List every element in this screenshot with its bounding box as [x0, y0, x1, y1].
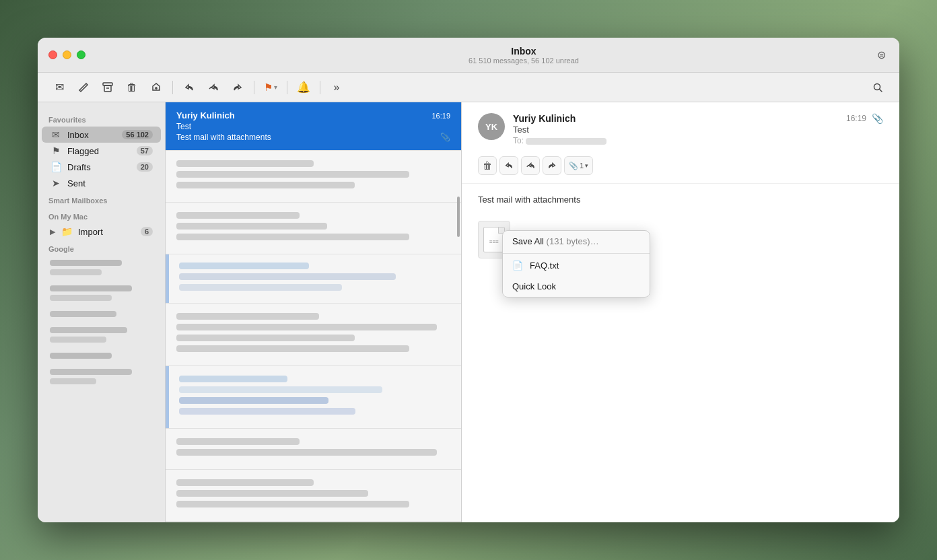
blur-line: [179, 376, 287, 382]
blur-line: [176, 223, 327, 230]
sidebar-item-import[interactable]: ▶ 📁 Import 6: [42, 223, 161, 240]
message-item-selected[interactable]: Yuriy Kulinich 16:19 Test Test mail with…: [166, 102, 461, 151]
inbox-label: Inbox: [67, 130, 116, 140]
blur-line: [179, 408, 355, 415]
blur-line: [179, 386, 382, 393]
sidebar-item-drafts[interactable]: 📄 Drafts 20: [42, 159, 161, 175]
google-label: Google: [38, 240, 165, 256]
main-toolbar: ✉ 🗑: [38, 73, 899, 102]
detail-forward-button[interactable]: [543, 156, 561, 175]
to-address-blur: [526, 138, 606, 145]
flagged-icon: ⚑: [50, 145, 62, 156]
blur-row: [50, 295, 112, 301]
faq-file-menu-item[interactable]: 📄 FAQ.txt: [503, 255, 650, 276]
toolbar-separator-1: [172, 81, 173, 94]
scrollbar[interactable]: [457, 197, 460, 237]
blur-line: [179, 273, 396, 280]
blur-line: [179, 397, 328, 404]
google-item-5[interactable]: [42, 350, 161, 365]
message-item-4[interactable]: [166, 254, 461, 304]
message-item-2[interactable]: [166, 151, 461, 203]
detail-reply-all-button[interactable]: [521, 156, 540, 175]
search-button[interactable]: [867, 77, 889, 98]
sidebar-item-sent[interactable]: ➤ Sent: [42, 175, 161, 191]
faq-file-label: FAQ.txt: [530, 260, 559, 271]
blur-line: [176, 449, 437, 456]
filter-icon[interactable]: ⊜: [874, 46, 889, 64]
message-item-6[interactable]: [166, 366, 461, 429]
toolbar-separator-3: [287, 81, 287, 94]
get-mail-button[interactable]: ✉: [48, 77, 70, 98]
on-my-mac-label: On My Mac: [38, 207, 165, 223]
blur-line: [176, 171, 409, 178]
detail-reply-button[interactable]: [499, 156, 518, 175]
file-type-text: ≡≡≡: [489, 239, 499, 245]
blur-line: [176, 212, 300, 219]
compose-button[interactable]: [73, 77, 94, 98]
window-subtitle: 61 510 messages, 56 102 unread: [468, 57, 579, 65]
context-menu-divider: [503, 253, 650, 254]
msg-header: Yuriy Kulinich 16:19: [176, 110, 450, 120]
blur-row: [50, 337, 106, 343]
minimize-button[interactable]: [63, 50, 71, 59]
google-item-3[interactable]: [42, 308, 161, 323]
detail-delete-button[interactable]: 🗑: [478, 156, 497, 175]
sidebar-item-flagged[interactable]: ⚑ Flagged 57: [42, 143, 161, 159]
google-item-4[interactable]: [42, 324, 161, 349]
blur-row: [50, 260, 122, 266]
attach-chevron: ▾: [585, 162, 588, 169]
google-item-6[interactable]: [42, 366, 161, 390]
delete-button[interactable]: 🗑: [121, 77, 143, 98]
reply-all-button[interactable]: [203, 77, 224, 98]
detail-header: YK Yuriy Kulinich Test To: 16:19 📎: [462, 102, 899, 184]
blur-line: [176, 324, 437, 330]
blur-row: [50, 269, 102, 275]
blur-line: [179, 284, 342, 291]
blur-row: [50, 327, 127, 333]
import-badge: 6: [141, 227, 153, 236]
attachment-clip-icon: 📎: [872, 113, 883, 124]
window-title: Inbox: [511, 46, 536, 57]
detail-sender: Yuriy Kulinich: [513, 113, 838, 124]
flag-icon: ⚑: [264, 81, 273, 94]
flagged-label: Flagged: [67, 146, 131, 156]
mail-window: Inbox 61 510 messages, 56 102 unread ⊜ ✉…: [38, 38, 899, 522]
message-item-3[interactable]: [166, 203, 461, 254]
message-item-5[interactable]: [166, 304, 461, 366]
msg-subject: Test: [176, 122, 450, 131]
sidebar: Favourites ✉ Inbox 56 102 ⚑ Flagged 57 📄…: [38, 102, 166, 522]
maximize-button[interactable]: [77, 50, 85, 59]
save-all-label: Save All (131 bytes)…: [512, 236, 599, 246]
flag-chevron: ▾: [274, 83, 277, 91]
detail-meta: Yuriy Kulinich Test To:: [513, 113, 838, 145]
message-item-8[interactable]: [166, 470, 461, 522]
flag-button[interactable]: ⚑ ▾: [260, 79, 281, 96]
import-icon: 📁: [61, 226, 73, 237]
quick-look-menu-item[interactable]: Quick Look: [503, 276, 650, 297]
forward-button[interactable]: [227, 77, 248, 98]
sent-icon: ➤: [50, 178, 62, 188]
drafts-label: Drafts: [67, 162, 131, 172]
body-text: Test mail with attachments: [478, 195, 883, 205]
inbox-badge: 56 102: [122, 130, 153, 139]
detail-to: To:: [513, 136, 838, 145]
notifications-button[interactable]: 🔔: [293, 77, 314, 98]
attachment-count-button[interactable]: 📎 1 ▾: [564, 156, 593, 175]
favourites-label: Favourites: [38, 110, 165, 127]
more-button[interactable]: »: [326, 77, 347, 98]
archive-button[interactable]: [97, 77, 118, 98]
reply-button[interactable]: [178, 77, 200, 98]
titlebar-right: ⊜: [864, 46, 899, 64]
blur-row: [50, 285, 132, 291]
detail-time: 16:19: [846, 114, 866, 123]
junk-button[interactable]: [145, 77, 167, 98]
blur-row: [50, 311, 116, 317]
blur-row: [50, 378, 96, 384]
google-item-2[interactable]: [42, 283, 161, 307]
message-item-7[interactable]: [166, 429, 461, 470]
save-all-menu-item[interactable]: Save All (131 bytes)…: [503, 231, 650, 252]
sidebar-item-inbox[interactable]: ✉ Inbox 56 102: [42, 127, 161, 143]
close-button[interactable]: [48, 50, 57, 59]
unread-indicator: [166, 366, 169, 428]
google-item-1[interactable]: [42, 257, 161, 281]
